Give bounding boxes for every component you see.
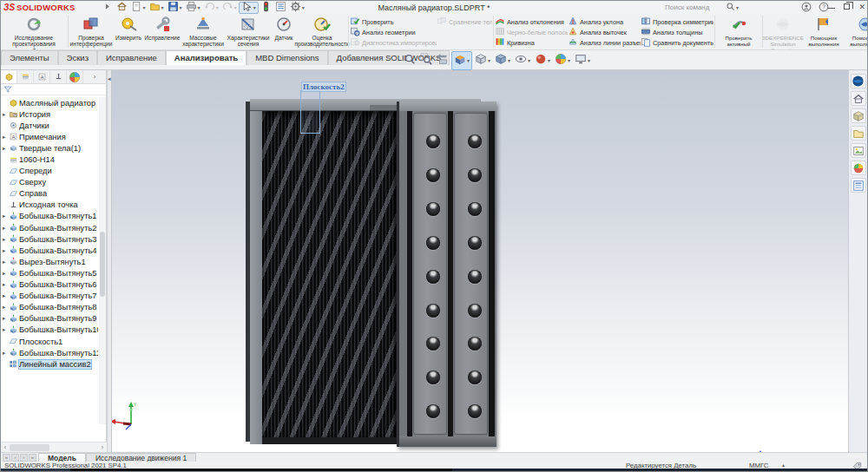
- dropdown-caret-icon[interactable]: ▾: [180, 5, 182, 10]
- expand-arrow-icon[interactable]: ▸: [3, 292, 9, 299]
- expand-arrow-icon[interactable]: ▸: [3, 236, 9, 243]
- gear-button[interactable]: ▾: [288, 2, 306, 14]
- ribbon-button-оценка-производительности[interactable]: Оценка производительности: [297, 14, 347, 49]
- ribbon-button-анализ-отклонения[interactable]: Анализ отклонения: [495, 16, 568, 27]
- dropdown-caret-icon[interactable]: ▾: [467, 58, 470, 63]
- graphics-viewport[interactable]: Плоскость2 X Y: [112, 70, 850, 452]
- search-icon[interactable]: [726, 2, 735, 13]
- ribbon-button-анализ-выточек[interactable]: Анализ выточек: [568, 27, 641, 37]
- minimize-button[interactable]: [828, 3, 835, 11]
- expand-arrow-icon[interactable]: ▸: [3, 111, 9, 118]
- hscroll-right-arrow[interactable]: ›: [98, 444, 107, 450]
- model-top-cap-notch[interactable]: [370, 105, 400, 111]
- prev-study-button[interactable]: ‹: [11, 454, 19, 462]
- dropdown-caret-icon[interactable]: ▾: [161, 5, 164, 10]
- ribbon-button-исследование-проектирования[interactable]: Исследование проектирования▾: [1, 14, 67, 49]
- plate-hole[interactable]: [468, 202, 482, 216]
- custom-properties-button[interactable]: [851, 178, 866, 193]
- ribbon-button-черно-белые-полосы[interactable]: Черно-белые полосы: [495, 27, 568, 37]
- tab-эскиз[interactable]: Эскиз: [58, 50, 97, 65]
- hscroll-thumb[interactable]: [10, 444, 49, 451]
- plate-hole[interactable]: [468, 304, 482, 318]
- featuremanager-tab-button[interactable]: [1, 70, 17, 83]
- first-study-button[interactable]: «: [3, 454, 10, 462]
- dropdown-caret-icon[interactable]: ▾: [588, 58, 590, 63]
- ribbon-button-исправление[interactable]: Исправление: [144, 14, 181, 49]
- threedexperience-button[interactable]: [851, 74, 866, 88]
- tree-item-спереди[interactable]: Спереди: [1, 166, 98, 177]
- home-tab-button[interactable]: [851, 91, 866, 106]
- plate-hole[interactable]: [468, 134, 482, 148]
- tree-item-линейный-массив2[interactable]: Линейный массив2: [1, 358, 98, 370]
- configuration-tab-button[interactable]: A: [34, 70, 50, 83]
- dimxpert-tab-button[interactable]: [50, 70, 67, 83]
- tree-item-бобышка-вытянуть9[interactable]: ▸Бобышка-Вытянуть9: [1, 313, 98, 324]
- plate-hole[interactable]: [426, 134, 440, 148]
- file-explorer-button[interactable]: [851, 126, 866, 141]
- edit-appearance-button[interactable]: ▾: [533, 52, 552, 69]
- radiator-fins[interactable]: [262, 111, 398, 439]
- tree-item-история[interactable]: ▸История: [1, 108, 98, 120]
- tree-vertical-scrollbar[interactable]: [99, 97, 106, 424]
- ribbon-button-характеристики-сечения[interactable]: Характеристики сечения: [226, 14, 271, 49]
- dropdown-caret-icon[interactable]: ▾: [143, 5, 146, 10]
- restore-button[interactable]: [844, 3, 850, 11]
- plate-hole[interactable]: [468, 270, 482, 284]
- tree-item-бобышка-вытянуть8[interactable]: ▸Бобышка-Вытянуть8: [1, 302, 98, 313]
- display-style-button[interactable]: ▾: [493, 52, 512, 69]
- ribbon-button-кривизна[interactable]: Кривизна: [495, 37, 568, 48]
- tree-item-вырез-вытянуть1[interactable]: ▸Вырез-Вытянуть1: [1, 256, 98, 267]
- expand-arrow-icon[interactable]: ▸: [3, 145, 9, 152]
- tree-item-плоскость1[interactable]: Плоскость1: [1, 336, 98, 347]
- expand-arrow-icon[interactable]: ▸: [3, 247, 9, 254]
- ribbon-button-сравнение-тел[interactable]: Сравнение тел: [437, 16, 492, 27]
- plate-hole[interactable]: [468, 236, 482, 250]
- ribbon-button-диагностика-импортирования[interactable]: Диагностика импортирования: [350, 37, 437, 48]
- dropdown-caret-icon[interactable]: ▾: [548, 58, 550, 63]
- expand-arrow-icon[interactable]: ▸: [3, 213, 9, 220]
- units-caret-icon[interactable]: ▴: [782, 462, 785, 468]
- model-side-frame[interactable]: [250, 99, 263, 444]
- tree-item-масляный-радиатор-по-умолчани[interactable]: Масляный радиатор (По умолчани: [1, 97, 98, 108]
- tree-item-бобышка-вытянуть10[interactable]: ▸Бобышка-Вытянуть10: [1, 324, 98, 336]
- ribbon-button-помощник-выполнения-анализа-floxpress[interactable]: Помощник выполнения анализа FloXpress: [845, 14, 867, 49]
- dropdown-caret-icon[interactable]: ▾: [216, 5, 219, 10]
- windows-taskbar[interactable]: [1, 469, 867, 472]
- displaymanager-tab-button[interactable]: [67, 70, 83, 83]
- ribbon-button-датчик[interactable]: Датчик: [271, 14, 297, 49]
- search-input[interactable]: [663, 3, 726, 13]
- ribbon-button-проверка-интерференции[interactable]: Проверка интерференции: [69, 14, 113, 49]
- ribbon-button-проверить-активный-документ[interactable]: Проверить активный документ▾: [716, 14, 761, 49]
- radiator-mounting-plate[interactable]: [397, 102, 496, 447]
- dropdown-caret-icon[interactable]: ▾: [198, 5, 201, 10]
- dropdown-caret-icon[interactable]: ▾: [234, 5, 237, 10]
- plate-hole[interactable]: [426, 236, 440, 250]
- ribbon-button-массовые-характеристики[interactable]: Массовые характеристики: [181, 14, 226, 49]
- model-tab-модель[interactable]: Модель: [38, 453, 86, 462]
- select-cursor-button[interactable]: ▾: [239, 2, 259, 14]
- collapse-panel-icon[interactable]: ◂: [108, 75, 111, 82]
- tree-item-бобышка-вытянуть6[interactable]: ▸Бобышка-Вытянуть6: [1, 279, 98, 291]
- ribbon-button-анализ-линии-разъема[interactable]: Анализ линии разъема: [568, 37, 641, 48]
- print-button[interactable]: ▾: [184, 2, 202, 14]
- appearances-button[interactable]: [851, 161, 866, 175]
- ribbon-button-анализ-толщины[interactable]: Анализ толщины: [641, 27, 713, 37]
- dropdown-caret-icon[interactable]: ▾: [302, 5, 305, 10]
- tree-item-бобышка-вытянуть5[interactable]: ▸Бобышка-Вытянуть5: [1, 267, 98, 279]
- tree-item-примечания[interactable]: ▸AПримечания: [1, 131, 98, 142]
- user-account-icon[interactable]: [801, 2, 812, 14]
- redo-button[interactable]: ▾: [220, 2, 239, 14]
- tab-элементы[interactable]: Элементы: [1, 50, 58, 65]
- dropdown-caret-icon[interactable]: ▾: [253, 5, 256, 10]
- plate-hole[interactable]: [426, 202, 440, 216]
- save-button[interactable]: ▾: [166, 2, 184, 14]
- model-tab-исследование-движения-1[interactable]: Исследование движения 1: [86, 453, 196, 462]
- ribbon-button-анализ-геометрии[interactable]: Анализ геометрии: [350, 27, 437, 37]
- ribbon-button-проверить[interactable]: Проверить: [350, 16, 437, 27]
- tree-item-бобышка-вытянуть3[interactable]: ▸Бобышка-Вытянуть3: [1, 233, 98, 245]
- undo-button[interactable]: ▾: [202, 2, 220, 14]
- rebuild-button[interactable]: [259, 2, 273, 14]
- tree-horizontal-scrollbar[interactable]: ‹ ›: [1, 442, 107, 452]
- expand-arrow-icon[interactable]: ▸: [3, 225, 9, 232]
- zoom-fit-button[interactable]: [402, 52, 418, 69]
